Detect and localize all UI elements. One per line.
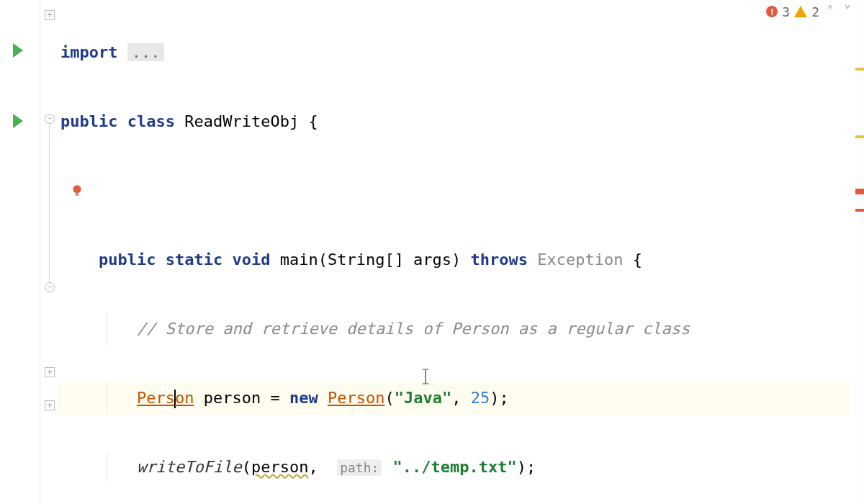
stripe-warn-2[interactable] (855, 135, 864, 138)
import-keyword: import (60, 43, 117, 61)
run-class-icon[interactable] (13, 43, 23, 58)
line-comment[interactable]: // Store and retrieve details of Person … (58, 312, 850, 346)
code-editor-area[interactable]: import ... public class ReadWriteObj { p… (58, 0, 850, 504)
exception-type: Exception (537, 251, 623, 269)
fold-guide-line (49, 125, 50, 282)
string-temp-1: "../temp.txt" (393, 458, 517, 476)
comment-text: // Store and retrieve details of Person … (137, 320, 690, 338)
line-person-decl[interactable]: Person person = new Person("Java", 25); (58, 382, 850, 415)
fold-collapse-main-icon[interactable]: − (45, 114, 55, 124)
error-stripe[interactable] (855, 0, 864, 504)
stripe-err-2[interactable] (855, 209, 864, 212)
writeToFile-call: writeToFile (137, 458, 242, 476)
person-type-error-1: Person (137, 389, 194, 407)
line-import[interactable]: import ... (58, 36, 850, 69)
line-blank-1[interactable] (58, 174, 850, 207)
run-main-icon[interactable] (13, 114, 23, 128)
line-writeToFile[interactable]: writeToFile(person, path: "../temp.txt")… (58, 451, 850, 484)
import-folded[interactable]: ... (127, 43, 165, 61)
line-main-decl[interactable]: public static void main(String[] args) t… (58, 243, 850, 276)
text-cursor-ibeam-icon (421, 369, 430, 384)
stripe-warn-1[interactable] (855, 68, 864, 71)
warning-count: 2 (811, 4, 819, 19)
class-name: ReadWriteObj (184, 112, 299, 130)
person-arg-warn: person (251, 458, 308, 476)
error-count: 3 (782, 4, 790, 19)
fold-expand-write-icon[interactable]: + (45, 367, 55, 377)
stripe-err-1[interactable] (855, 189, 864, 194)
person-type-error-2: Person (328, 389, 384, 407)
next-problem-icon[interactable]: ˅ (841, 3, 854, 20)
prev-problem-icon[interactable]: ˄ (824, 3, 837, 20)
line-class-decl[interactable]: public class ReadWriteObj { (58, 105, 850, 138)
main-method-name: main (280, 251, 318, 269)
num-25: 25 (471, 389, 490, 407)
person-var: person (204, 389, 261, 407)
gutter-separator (40, 0, 40, 504)
gutter: + − − + + (0, 0, 58, 504)
error-badge-icon: ! (766, 6, 778, 17)
string-java: "Java" (395, 389, 451, 407)
param-hint-path-1: path: (337, 459, 382, 476)
fold-expand-read-icon[interactable]: + (45, 400, 55, 410)
fold-expand-import-icon[interactable]: + (45, 10, 55, 20)
fold-end-main-icon[interactable]: − (45, 282, 55, 292)
problems-indicator[interactable]: ! 3 2 ˄ ˅ (766, 3, 854, 20)
warning-badge-icon (794, 6, 807, 17)
